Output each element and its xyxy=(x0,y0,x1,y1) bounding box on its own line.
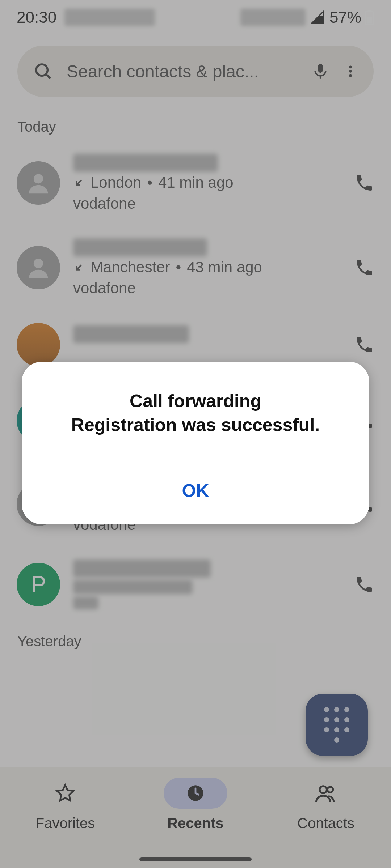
nav-contacts[interactable]: Contacts xyxy=(261,778,390,831)
status-sys-icons xyxy=(240,9,306,26)
star-icon xyxy=(55,783,75,803)
avatar[interactable] xyxy=(17,161,60,205)
section-yesterday: Yesterday xyxy=(17,633,374,650)
avatar[interactable]: P xyxy=(17,563,60,606)
call-row[interactable]: London • 41 min ago vodafone xyxy=(17,141,374,225)
svg-point-15 xyxy=(327,787,333,792)
call-button[interactable] xyxy=(354,574,374,595)
svg-rect-2 xyxy=(367,17,372,24)
battery-pct: 57% xyxy=(329,8,361,26)
call-row[interactable]: P xyxy=(17,546,374,622)
bottom-nav: Favorites Recents Contacts xyxy=(0,767,391,868)
avatar[interactable] xyxy=(17,246,60,289)
section-today: Today xyxy=(17,119,374,135)
dialpad-icon xyxy=(324,707,349,743)
avatar[interactable] xyxy=(17,323,60,366)
nav-favorites[interactable]: Favorites xyxy=(1,778,130,831)
call-row[interactable]: Manchester • 43 min ago vodafone xyxy=(17,225,374,310)
call-info: London • 41 min ago vodafone xyxy=(73,154,341,212)
call-carrier: vodafone xyxy=(73,280,341,297)
call-info xyxy=(73,325,341,364)
dialog-ok-button[interactable]: OK xyxy=(171,477,220,505)
call-subline: Manchester • 43 min ago xyxy=(73,259,341,276)
call-time: 43 min ago xyxy=(187,259,262,276)
svg-point-10 xyxy=(34,259,43,268)
call-button[interactable] xyxy=(354,335,374,355)
mic-icon[interactable] xyxy=(311,62,329,80)
caller-name-redacted xyxy=(73,559,211,578)
status-notif-icons xyxy=(64,9,155,26)
call-info xyxy=(73,559,341,609)
status-left: 20:30 xyxy=(17,8,155,26)
svg-point-6 xyxy=(349,66,352,69)
incoming-icon xyxy=(73,261,85,273)
search-icon xyxy=(33,61,53,81)
svg-point-9 xyxy=(34,174,43,183)
svg-point-3 xyxy=(36,64,48,76)
call-location: Manchester xyxy=(91,259,170,276)
caller-name-redacted xyxy=(73,154,218,172)
nav-recents[interactable]: Recents xyxy=(131,778,260,831)
call-info: Manchester • 43 min ago vodafone xyxy=(73,238,341,297)
status-time: 20:30 xyxy=(17,8,56,26)
search-bar[interactable]: Search contacts & plac... xyxy=(17,46,374,97)
call-sub-redacted xyxy=(73,580,193,594)
call-button[interactable] xyxy=(354,173,374,193)
signal-icon xyxy=(311,10,324,24)
nav-label-contacts: Contacts xyxy=(297,815,354,831)
more-icon[interactable] xyxy=(343,62,358,80)
call-subline: London • 41 min ago xyxy=(73,174,341,191)
svg-point-7 xyxy=(349,70,352,73)
incoming-icon xyxy=(73,177,85,188)
dialog-message: Call forwarding Registration was success… xyxy=(40,389,351,437)
dialpad-fab[interactable] xyxy=(306,694,368,756)
nav-label-recents: Recents xyxy=(167,815,224,831)
nav-label-favorites: Favorites xyxy=(35,815,95,831)
avatar-letter: P xyxy=(31,571,46,598)
home-handle[interactable] xyxy=(139,857,252,861)
clock-icon xyxy=(186,784,205,803)
call-carrier-redacted xyxy=(73,596,98,609)
svg-point-14 xyxy=(320,786,327,793)
svg-point-8 xyxy=(349,74,352,77)
call-subline xyxy=(73,345,341,361)
status-bar: 20:30 57% xyxy=(0,0,391,35)
battery-indicator: 57% xyxy=(329,8,374,26)
call-button[interactable] xyxy=(354,258,374,278)
people-icon xyxy=(315,783,336,803)
call-location: London xyxy=(91,174,141,191)
status-right: 57% xyxy=(240,8,374,26)
search-placeholder: Search contacts & plac... xyxy=(67,61,298,81)
caller-name-redacted xyxy=(73,325,189,343)
call-forwarding-dialog: Call forwarding Registration was success… xyxy=(22,362,369,524)
call-time: 41 min ago xyxy=(158,174,234,191)
svg-line-4 xyxy=(46,75,51,79)
caller-name-redacted xyxy=(73,238,207,256)
call-carrier: vodafone xyxy=(73,195,341,212)
svg-rect-1 xyxy=(367,10,371,12)
